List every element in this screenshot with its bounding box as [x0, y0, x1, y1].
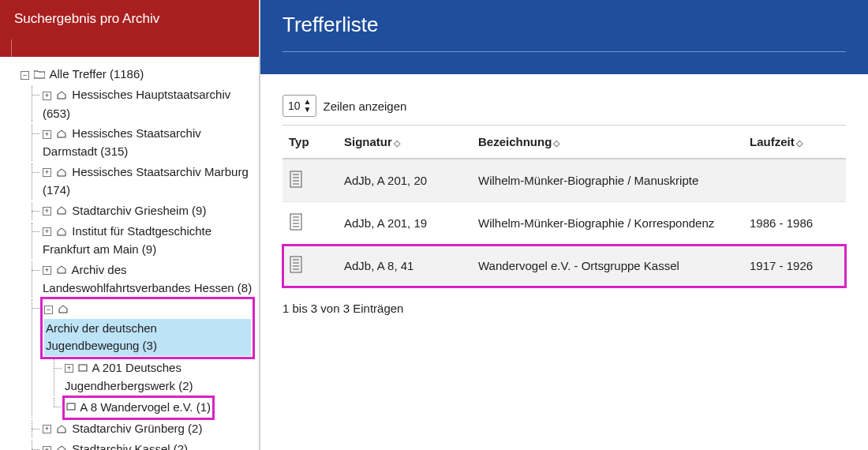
tree-toggle[interactable]: + — [43, 446, 51, 450]
page-title: Trefferliste — [282, 13, 846, 52]
house-icon — [56, 421, 67, 439]
cell-signatur: AdJb, A 201, 19 — [338, 202, 472, 245]
results-content: 10 ▲▼ Zeilen anzeigen Typ Signatur◇ Beze… — [260, 74, 868, 450]
cell-laufzeit: 1917 - 1926 — [743, 245, 846, 287]
svg-rect-2 — [290, 171, 301, 187]
table-header-row: Typ Signatur◇ Bezeichnung◇ Laufzeit◇ — [282, 126, 846, 159]
tree-toggle[interactable]: − — [44, 306, 53, 314]
house-icon — [56, 87, 67, 105]
svg-rect-12 — [290, 257, 301, 272]
cell-bezeichnung: Wandervogel e.V. - Ortsgruppe Kassel — [472, 245, 743, 287]
archive-tree: − Alle Treffer (1186) + Hessisches Haupt… — [0, 57, 259, 450]
tree-toggle[interactable]: + — [43, 92, 51, 100]
table-row-highlighted[interactable]: AdJb, A 8, 41 Wandervogel e.V. - Ortsgru… — [282, 245, 846, 287]
select-caret-icon: ▲▼ — [304, 98, 312, 114]
sort-icon: ◇ — [796, 138, 803, 148]
house-icon — [56, 202, 67, 220]
house-icon — [56, 164, 67, 182]
results-table: Typ Signatur◇ Bezeichnung◇ Laufzeit◇ AdJ… — [282, 125, 846, 287]
cell-bezeichnung: Wilhelm-Münker-Biographie / Manuskripte — [472, 159, 743, 202]
svg-rect-0 — [79, 365, 87, 371]
col-header-typ[interactable]: Typ — [282, 126, 338, 159]
tree-node[interactable]: Hessisches Hauptstaatsarchiv (653) — [43, 88, 230, 119]
document-icon — [289, 171, 303, 190]
tree-node[interactable]: Stadtarchiv Grünberg (2) — [72, 422, 202, 435]
tree-root[interactable]: Alle Treffer (1186) — [50, 67, 144, 81]
tree-node[interactable]: Hessisches Staatsarchiv Marburg (174) — [43, 165, 249, 197]
results-count: 1 bis 3 von 3 Einträgen — [282, 302, 846, 315]
tree-node[interactable]: A 8 Wandervogel e.V. (1) — [80, 400, 211, 414]
document-icon — [289, 213, 303, 233]
col-header-signatur[interactable]: Signatur◇ — [338, 126, 472, 159]
cell-signatur: AdJb, A 201, 20 — [338, 159, 472, 202]
tree-node[interactable]: Stadtarchiv Kassel (2) — [72, 442, 188, 450]
tree-node[interactable]: Institut für Stadtgeschichte Frankfurt a… — [43, 224, 211, 256]
tree-node-highlighted: − Archiv der deutschen Jugendbewegung (3… — [43, 299, 253, 356]
tree-toggle[interactable]: + — [43, 168, 51, 177]
sidebar: Suchergebnis pro Archiv − Alle Treffer (… — [0, 0, 260, 450]
rows-select-value: 10 — [288, 99, 301, 112]
cell-bezeichnung: Wilhelm-Münker-Biographie / Korresponden… — [472, 202, 743, 245]
tree-toggle[interactable]: + — [65, 364, 73, 373]
box-icon — [66, 399, 76, 417]
folder-open-icon — [34, 66, 45, 84]
main-panel: Trefferliste 10 ▲▼ Zeilen anzeigen Typ S… — [260, 0, 868, 450]
col-header-laufzeit[interactable]: Laufzeit◇ — [743, 126, 846, 159]
house-icon — [56, 126, 67, 144]
cell-signatur: AdJb, A 8, 41 — [338, 245, 472, 287]
tree-toggle[interactable]: + — [43, 207, 51, 216]
rows-select-label: Zeilen anzeigen — [323, 99, 406, 113]
rows-select[interactable]: 10 ▲▼ — [282, 95, 316, 117]
tree-node[interactable]: Stadtarchiv Griesheim (9) — [72, 204, 206, 217]
svg-rect-7 — [290, 214, 301, 230]
tree-toggle[interactable]: + — [43, 227, 51, 236]
house-icon — [58, 301, 69, 319]
table-row[interactable]: AdJb, A 201, 19 Wilhelm-Münker-Biographi… — [282, 202, 846, 245]
sort-icon: ◇ — [394, 138, 400, 148]
house-icon — [56, 223, 67, 242]
svg-rect-1 — [67, 403, 75, 410]
main-header: Trefferliste — [260, 0, 868, 74]
box-icon — [78, 360, 88, 378]
tree-node-selected[interactable]: Archiv der deutschen Jugendbewegung (3) — [44, 319, 251, 356]
tree-toggle[interactable]: + — [43, 266, 51, 275]
cell-laufzeit: 1986 - 1986 — [743, 202, 846, 245]
rows-per-page-control: 10 ▲▼ Zeilen anzeigen — [282, 95, 846, 117]
document-icon — [289, 256, 303, 276]
sidebar-header: Suchergebnis pro Archiv — [0, 0, 259, 57]
house-icon — [56, 261, 67, 279]
cell-laufzeit — [743, 159, 846, 202]
sort-icon: ◇ — [553, 138, 559, 148]
tree-toggle[interactable]: + — [43, 130, 51, 139]
col-header-bezeichnung[interactable]: Bezeichnung◇ — [472, 126, 743, 159]
tree-node[interactable]: Archiv des Landeswohlfahrtsverbandes Hes… — [43, 263, 252, 294]
tree-node-highlighted: A 8 Wandervogel e.V. (1) — [65, 398, 212, 418]
tree-toggle[interactable]: − — [21, 71, 29, 80]
table-row[interactable]: AdJb, A 201, 20 Wilhelm-Münker-Biographi… — [282, 159, 846, 202]
tree-toggle[interactable]: + — [43, 425, 51, 433]
house-icon — [56, 441, 67, 450]
